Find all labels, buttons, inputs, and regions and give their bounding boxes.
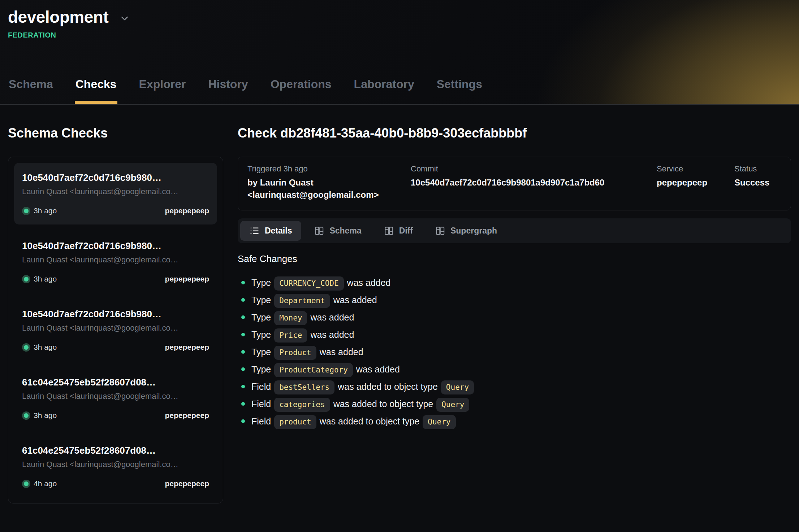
detail-tab-schema[interactable]: Schema bbox=[305, 221, 371, 241]
meta-status: Status Success bbox=[734, 164, 781, 201]
change-suffix: was added to object type bbox=[338, 381, 438, 392]
check-list-item[interactable]: 10e540d7aef72c0d716c9b980… Laurin Quast … bbox=[14, 163, 217, 224]
change-suffix: was added bbox=[310, 330, 354, 340]
change-list-item: TypeMoneywas added bbox=[238, 309, 791, 326]
checks-list: 10e540d7aef72c0d716c9b980… Laurin Quast … bbox=[8, 157, 223, 503]
check-footer: 3h ago pepepepeep bbox=[22, 206, 209, 215]
change-prefix: Type bbox=[251, 330, 271, 340]
tab-schema[interactable]: Schema bbox=[8, 78, 54, 104]
check-meta-box: Triggered 3h ago by Laurin Quast <laurin… bbox=[238, 157, 791, 210]
meta-status-value: Success bbox=[734, 176, 781, 189]
meta-commit-label: Commit bbox=[411, 164, 649, 174]
check-author: Laurin Quast <laurinquast@googlemail.co… bbox=[22, 255, 209, 265]
meta-commit-value: 10e540d7aef72c0d716c9b9801a9d907c1a7bd60 bbox=[411, 176, 649, 189]
detail-tab-supergraph[interactable]: Supergraph bbox=[426, 221, 506, 241]
tab-history[interactable]: History bbox=[207, 78, 249, 104]
check-time: 3h ago bbox=[34, 343, 57, 352]
status-dot-icon bbox=[24, 209, 29, 213]
check-service: pepepepeep bbox=[165, 411, 209, 420]
change-object-type-chip: Query bbox=[436, 398, 469, 412]
change-list-item: TypeProductwas added bbox=[238, 343, 791, 361]
main-tab-label: Schema bbox=[9, 78, 53, 91]
check-list-item[interactable]: 61c04e25475eb52f28607d08… Laurin Quast <… bbox=[14, 436, 217, 497]
tab-laboratory[interactable]: Laboratory bbox=[353, 78, 415, 104]
change-code-chip: CURRENCY_CODE bbox=[274, 276, 344, 291]
check-footer: 3h ago pepepepeep bbox=[22, 343, 209, 352]
change-prefix: Type bbox=[251, 278, 271, 288]
check-id: 61c04e25475eb52f28607d08… bbox=[22, 445, 209, 456]
tab-settings[interactable]: Settings bbox=[436, 78, 483, 104]
detail-tab-diff[interactable]: Diff bbox=[375, 221, 422, 241]
check-detail-title: Check db28f481-35aa-40b0-b8b9-303ecfabbb… bbox=[238, 126, 791, 141]
change-list-item: TypeDepartmentwas added bbox=[238, 291, 791, 309]
detail-tab-label: Diff bbox=[399, 226, 413, 236]
main-tab-label: History bbox=[208, 78, 248, 91]
check-author: Laurin Quast <laurinquast@googlemail.co… bbox=[22, 392, 209, 401]
columns-icon bbox=[314, 226, 324, 236]
schema-checks-panel: Schema Checks 10e540d7aef72c0d716c9b980…… bbox=[8, 105, 223, 503]
meta-triggered-label: Triggered 3h ago bbox=[247, 164, 403, 174]
check-id: 61c04e25475eb52f28607d08… bbox=[22, 377, 209, 388]
check-list-item[interactable]: 10e540d7aef72c0d716c9b980… Laurin Quast … bbox=[14, 231, 217, 293]
check-list-item[interactable]: 61c04e25475eb52f28607d08… Laurin Quast <… bbox=[14, 367, 217, 429]
main-tab-label: Explorer bbox=[139, 78, 186, 91]
change-suffix: was added bbox=[356, 364, 400, 374]
meta-status-label: Status bbox=[734, 164, 781, 174]
change-suffix: was added to object type bbox=[320, 416, 420, 426]
change-suffix: was added bbox=[347, 278, 391, 288]
change-suffix: was added bbox=[333, 295, 377, 305]
check-id: 10e540d7aef72c0d716c9b980… bbox=[22, 172, 209, 183]
change-object-type-chip: Query bbox=[441, 380, 474, 394]
detail-tab-label: Details bbox=[265, 226, 292, 236]
check-author: Laurin Quast <laurinquast@googlemail.co… bbox=[22, 460, 209, 469]
change-suffix: was added bbox=[310, 312, 354, 322]
header: development FEDERATION Schema Checks Exp… bbox=[0, 0, 799, 105]
chevron-down-icon[interactable] bbox=[119, 13, 130, 24]
columns-icon bbox=[435, 226, 445, 236]
tab-checks[interactable]: Checks bbox=[75, 78, 117, 104]
tab-operations[interactable]: Operations bbox=[270, 78, 332, 104]
meta-triggered-value: by Laurin Quast <laurinquast@googlemail.… bbox=[247, 176, 403, 201]
meta-triggered: Triggered 3h ago by Laurin Quast <laurin… bbox=[247, 164, 411, 201]
change-code-chip: Price bbox=[274, 328, 307, 343]
check-time: 3h ago bbox=[34, 206, 57, 215]
columns-icon bbox=[384, 226, 394, 236]
status-dot-icon bbox=[24, 413, 29, 418]
check-time: 3h ago bbox=[34, 275, 57, 283]
meta-service-label: Service bbox=[657, 164, 727, 174]
target-type-badge: FEDERATION bbox=[8, 31, 791, 39]
change-code-chip: Money bbox=[274, 311, 307, 325]
main-content: Schema Checks 10e540d7aef72c0d716c9b980…… bbox=[0, 105, 799, 503]
change-prefix: Type bbox=[251, 295, 271, 305]
check-author: Laurin Quast <laurinquast@googlemail.co… bbox=[22, 323, 209, 333]
change-suffix: was added to object type bbox=[333, 399, 433, 409]
change-list-item: TypeCURRENCY_CODEwas added bbox=[238, 274, 791, 291]
change-list-item: TypeProductCategorywas added bbox=[238, 361, 791, 378]
meta-service-value: pepepepeep bbox=[657, 176, 727, 189]
checks-list-title: Schema Checks bbox=[8, 126, 223, 141]
detail-tab-label: Schema bbox=[329, 226, 361, 236]
check-author: Laurin Quast <laurinquast@googlemail.co… bbox=[22, 187, 209, 196]
meta-service: Service pepepepeep bbox=[657, 164, 734, 201]
change-code-chip: ProductCategory bbox=[274, 363, 353, 377]
change-list-item: TypePricewas added bbox=[238, 326, 791, 343]
status-dot-icon bbox=[24, 481, 29, 486]
changes-section-title: Safe Changes bbox=[238, 253, 791, 265]
changes-list: TypeCURRENCY_CODEwas addedTypeDepartment… bbox=[238, 274, 791, 430]
main-nav: Schema Checks Explorer History Operation… bbox=[8, 78, 791, 104]
check-time: 3h ago bbox=[34, 411, 57, 420]
change-list-item: FieldbestSellerswas added to object type… bbox=[238, 378, 791, 395]
check-footer: 3h ago pepepepeep bbox=[22, 411, 209, 420]
change-object-type-chip: Query bbox=[423, 415, 455, 429]
check-service: pepepepeep bbox=[165, 206, 209, 215]
check-id: 10e540d7aef72c0d716c9b980… bbox=[22, 240, 209, 252]
detail-tab-details[interactable]: Details bbox=[240, 221, 301, 241]
detail-tab-label: Supergraph bbox=[450, 226, 497, 236]
change-code-chip: Department bbox=[274, 294, 330, 308]
check-detail-panel: Check db28f481-35aa-40b0-b8b9-303ecfabbb… bbox=[238, 105, 791, 430]
check-footer: 4h ago pepepepeep bbox=[22, 479, 209, 488]
change-prefix: Field bbox=[251, 381, 271, 392]
check-list-item[interactable]: 10e540d7aef72c0d716c9b980… Laurin Quast … bbox=[14, 299, 217, 361]
change-prefix: Type bbox=[251, 347, 271, 357]
tab-explorer[interactable]: Explorer bbox=[138, 78, 187, 104]
